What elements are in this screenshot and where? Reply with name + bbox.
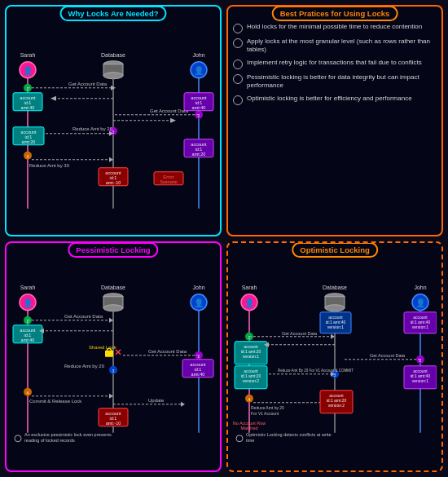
bp-circle-1 — [233, 24, 243, 33]
why-locks-svg: Sarah Database John 👤 👤 1 — [11, 24, 215, 230]
svg-text:Sarah: Sarah — [242, 284, 257, 289]
main-container: Why Locks Are Needed? Sarah Database Joh… — [0, 0, 448, 477]
svg-text:👤: 👤 — [194, 65, 204, 76]
svg-text:amt:-10: amt:-10 — [106, 420, 121, 425]
svg-text:Sarah: Sarah — [20, 52, 36, 58]
svg-text:amt:20: amt:20 — [192, 152, 206, 157]
svg-text:amt:40: amt:40 — [191, 371, 205, 376]
svg-text:Shared Lock: Shared Lock — [89, 344, 117, 349]
svg-text:Get Account Data: Get Account Data — [68, 82, 108, 86]
svg-text:An exclusive pessimistic lock : An exclusive pessimistic lock even preve… — [24, 431, 112, 436]
svg-text:amt:40: amt:40 — [21, 105, 35, 110]
svg-text:Get Account Data: Get Account Data — [64, 313, 103, 318]
svg-text:Reduce Amt by 20: Reduce Amt by 20 — [72, 126, 113, 131]
svg-point-110 — [15, 435, 21, 441]
svg-text:2: 2 — [419, 357, 422, 362]
svg-text:amt:40: amt:40 — [21, 337, 35, 342]
bp-circle-4 — [233, 74, 243, 84]
bp-text-4: Pessimistic locking is better for data i… — [247, 73, 437, 91]
svg-text:Sarah: Sarah — [20, 284, 36, 289]
svg-text:reading of locked records: reading of locked records — [24, 437, 75, 442]
bp-item-2: Apply locks at the most granular level (… — [233, 38, 437, 55]
bp-text-3: Implement retry logic for transactions t… — [247, 59, 422, 67]
best-practices-list: Hold locks for the minimal possible time… — [233, 23, 437, 105]
svg-text:1: 1 — [248, 334, 251, 339]
bp-item-5: Optimistic locking is better for efficie… — [233, 95, 437, 105]
svg-text:3: 3 — [334, 372, 336, 377]
svg-text:amt:40: amt:40 — [192, 105, 206, 110]
svg-text:Reduce Amt by 20: Reduce Amt by 20 — [251, 404, 284, 409]
svg-text:John: John — [192, 284, 204, 289]
svg-text:Get Account Data: Get Account Data — [282, 330, 318, 335]
svg-text:version:1: version:1 — [412, 378, 429, 382]
svg-marker-32 — [170, 118, 176, 123]
svg-rect-84 — [105, 350, 113, 356]
svg-text:version:1: version:1 — [327, 324, 345, 329]
bp-circle-2 — [233, 38, 243, 48]
optimistic-diagram: Sarah Database John 👤 👤 acc — [233, 261, 437, 466]
svg-text:4: 4 — [27, 154, 29, 159]
svg-text:2: 2 — [198, 353, 200, 358]
panel-best-practices: Best Pratices for Using Locks Hold locks… — [226, 5, 443, 236]
svg-text:version:2: version:2 — [243, 378, 260, 382]
svg-text:Get Account Data: Get Account Data — [150, 108, 189, 113]
svg-point-66 — [103, 304, 123, 311]
panel-pessimistic: Pessimistic Locking Sarah Database John … — [5, 241, 222, 473]
svg-text:3: 3 — [112, 368, 115, 373]
panel-title-why-locks: Why Locks Are Needed? — [59, 6, 166, 21]
svg-text:Matched: Matched — [240, 425, 257, 430]
svg-text:1: 1 — [27, 318, 29, 323]
svg-text:Get Account Data: Get Account Data — [148, 348, 187, 353]
svg-text:Scenario: Scenario — [160, 179, 178, 184]
svg-text:👤: 👤 — [194, 297, 204, 307]
svg-point-120 — [325, 304, 345, 311]
optimistic-svg: Sarah Database John 👤 👤 acc — [233, 261, 437, 466]
bp-item-4: Pessimistic locking is better for data i… — [233, 73, 437, 91]
svg-point-174 — [236, 435, 243, 441]
svg-text:amt:20: amt:20 — [22, 139, 36, 144]
bp-text-2: Apply locks at the most granular level (… — [247, 38, 437, 55]
svg-text:👤: 👤 — [415, 297, 426, 307]
svg-text:amt:-10: amt:-10 — [106, 180, 121, 185]
svg-point-7 — [103, 73, 123, 79]
panel-title-best-practices: Best Pratices for Using Locks — [272, 6, 398, 21]
svg-text:version:1: version:1 — [243, 353, 260, 358]
svg-text:Update: Update — [148, 397, 165, 402]
svg-text:Optimistic Locking detects con: Optimistic Locking detects conflicts at … — [246, 431, 332, 436]
panel-title-optimistic: Optimistic Locking — [292, 242, 378, 258]
svg-text:Reduce Amt By 20 For V1 Accoun: Reduce Amt By 20 For V1 Account & COMMIT — [278, 368, 354, 372]
svg-text:time: time — [246, 437, 254, 442]
why-locks-diagram: Sarah Database John 👤 👤 1 — [11, 24, 215, 230]
bp-circle-5 — [233, 95, 243, 105]
svg-text:👤: 👤 — [23, 65, 33, 76]
svg-text:Reduce Amt by 20: Reduce Amt by 20 — [64, 363, 105, 368]
svg-text:Get Account Data: Get Account Data — [370, 352, 406, 357]
pessimistic-diagram: Sarah Database John 👤 👤 1 — [11, 261, 215, 466]
pessimistic-svg: Sarah Database John 👤 👤 1 — [11, 261, 215, 466]
svg-text:Database: Database — [101, 284, 125, 289]
svg-text:version:1: version:1 — [412, 324, 429, 329]
svg-text:4: 4 — [27, 390, 29, 395]
svg-text:👤: 👤 — [244, 297, 255, 307]
svg-text:4: 4 — [248, 396, 251, 401]
bp-circle-3 — [233, 60, 243, 69]
panel-title-pessimistic: Pessimistic Locking — [68, 242, 158, 258]
svg-marker-105 — [181, 401, 185, 406]
panel-optimistic: Optimistic Locking Sarah Database John 👤… — [226, 241, 443, 473]
svg-marker-22 — [51, 96, 56, 101]
svg-text:👤: 👤 — [23, 297, 33, 307]
svg-text:John: John — [192, 52, 204, 58]
bp-item-1: Hold locks for the minimal possible time… — [233, 23, 437, 33]
bp-text-5: Optimistic locking is better for efficie… — [247, 95, 412, 103]
bp-text-1: Hold locks for the minimal possible time… — [247, 23, 422, 31]
svg-text:1: 1 — [27, 86, 29, 91]
svg-text:John: John — [414, 284, 426, 289]
svg-text:Database: Database — [323, 284, 347, 289]
svg-text:2: 2 — [198, 113, 200, 118]
svg-text:version:2: version:2 — [328, 402, 345, 407]
panel-why-locks: Why Locks Are Needed? Sarah Database Joh… — [5, 5, 222, 236]
bp-item-3: Implement retry logic for transactions t… — [233, 59, 437, 69]
svg-text:For V1 Account: For V1 Account — [251, 410, 279, 415]
svg-text:Commit & Release Lock: Commit & Release Lock — [29, 398, 82, 403]
svg-text:Reduce Amt by 30: Reduce Amt by 30 — [29, 163, 70, 168]
